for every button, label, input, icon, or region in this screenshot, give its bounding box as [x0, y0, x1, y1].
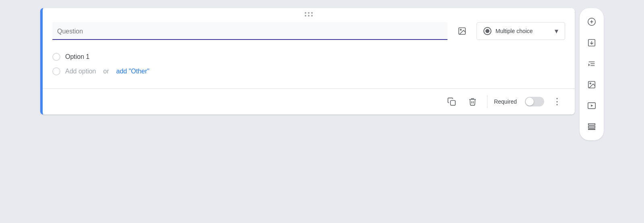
toggle-knob — [526, 98, 534, 106]
delete-button[interactable] — [464, 94, 481, 110]
card-footer: Required ⋮ — [43, 89, 575, 115]
add-option-radio — [52, 67, 60, 75]
svg-point-12 — [590, 83, 591, 84]
question-input-wrapper — [52, 22, 448, 40]
svg-point-1 — [460, 29, 461, 30]
section-icon — [587, 122, 596, 131]
plus-circle-icon — [587, 17, 596, 26]
sidebar-image-button[interactable] — [582, 75, 601, 94]
svg-marker-14 — [591, 104, 593, 107]
more-options-button[interactable]: ⋮ — [549, 94, 565, 110]
main-container: Multiple choice ▾ Option 1 Add option or… — [40, 8, 604, 140]
footer-divider — [487, 95, 487, 108]
sidebar-import-button[interactable] — [582, 33, 601, 52]
option-row-1: Option 1 — [52, 50, 565, 64]
sidebar-video-button[interactable] — [582, 96, 601, 115]
chevron-down-icon: ▾ — [555, 27, 558, 35]
sidebar — [580, 8, 604, 140]
question-input[interactable] — [52, 22, 448, 39]
question-card: Multiple choice ▾ Option 1 Add option or… — [40, 8, 575, 115]
question-type-label: Multiple choice — [495, 28, 533, 34]
question-image-button[interactable] — [454, 23, 470, 39]
image-icon — [458, 27, 466, 35]
drag-handle[interactable] — [43, 8, 575, 19]
svg-rect-2 — [450, 100, 455, 105]
image-sidebar-icon — [587, 80, 596, 89]
svg-rect-17 — [588, 129, 595, 130]
add-other-link[interactable]: add "Other" — [116, 68, 150, 75]
video-icon — [587, 101, 596, 110]
title-icon — [587, 59, 596, 68]
drag-dots-icon — [305, 12, 313, 17]
required-label: Required — [494, 98, 517, 105]
card-body: Option 1 Add option or add "Other" — [43, 46, 575, 85]
question-type-dropdown[interactable]: Multiple choice ▾ — [477, 22, 565, 40]
import-icon — [587, 38, 596, 47]
svg-rect-15 — [588, 124, 595, 125]
radio-type-icon — [483, 27, 491, 35]
delete-icon — [468, 97, 477, 106]
required-toggle[interactable] — [525, 97, 544, 106]
duplicate-icon — [447, 97, 456, 106]
card-header: Multiple choice ▾ — [43, 19, 575, 46]
add-option-text[interactable]: Add option — [65, 68, 96, 75]
question-underline — [52, 39, 448, 40]
more-options-icon: ⋮ — [553, 96, 561, 107]
sidebar-add-question-button[interactable] — [582, 12, 601, 31]
option-radio-1 — [52, 53, 60, 61]
duplicate-button[interactable] — [444, 94, 460, 110]
sidebar-section-button[interactable] — [582, 117, 601, 136]
svg-rect-16 — [588, 126, 595, 128]
sidebar-title-button[interactable] — [582, 54, 601, 73]
option-label-1: Option 1 — [65, 53, 89, 60]
add-option-row: Add option or add "Other" — [52, 64, 565, 79]
or-text: or — [103, 68, 109, 75]
